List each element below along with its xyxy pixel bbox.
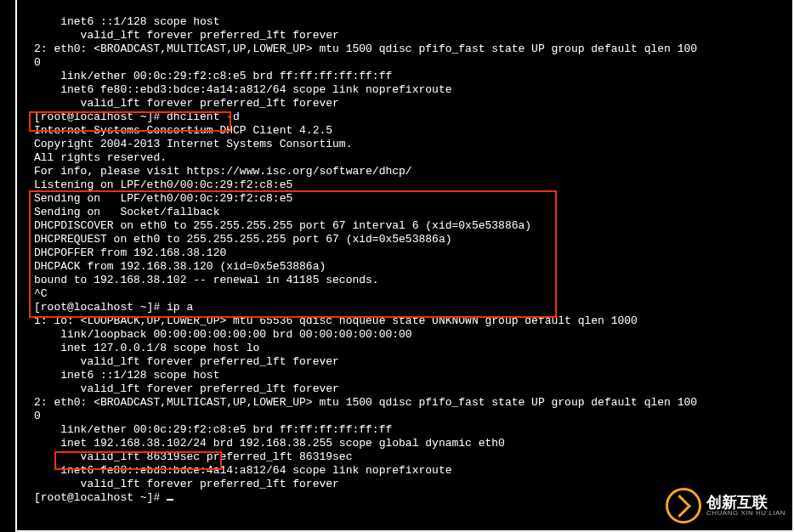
terminal-line: valid_lft forever preferred_lft forever [34,355,792,369]
watermark-cn: 创新互联 [706,495,785,510]
terminal-line: [root@localhost ~]# ip a [34,301,792,314]
terminal-line: valid_lft forever preferred_lft forever [34,382,792,396]
terminal-line: inet 127.0.0.1/8 scope host lo [34,342,792,355]
watermark-en: CHUANG XIN HU LIAN [706,510,785,517]
terminal-line: Internet Systems Consortium DHCP Client … [34,124,792,138]
terminal-line: inet6 ::1/128 scope host [34,369,792,382]
terminal-line: inet6 ::1/128 scope host [34,15,792,29]
cursor [167,499,173,501]
terminal-line: link/ether 00:0c:29:f2:c8:e5 brd ff:ff:f… [34,70,792,83]
watermark-text: 创新互联 CHUANG XIN HU LIAN [706,495,785,517]
terminal-line: Copyright 2004-2013 Internet Systems Con… [34,138,792,151]
terminal-line: Sending on LPF/eth0/00:0c:29:f2:c8:e5 [34,192,792,206]
terminal-line: 0 [34,56,792,70]
terminal-line: ^C [34,287,792,301]
watermark-logo: 创新互联 CHUANG XIN HU LIAN [666,488,785,524]
terminal-line: Sending on Socket/fallback [34,206,792,219]
terminal-line: bound to 192.168.38.102 -- renewal in 41… [34,274,792,287]
terminal-line: link/loopback 00:00:00:00:00:00 brd 00:0… [34,328,792,342]
terminal-line: inet6 fe80::ebd3:bdce:4a14:a812/64 scope… [34,464,792,478]
terminal-line: 2: eth0: <BROADCAST,MULTICAST,UP,LOWER_U… [34,42,792,56]
watermark-icon [666,488,701,524]
terminal-line: inet6 fe80::ebd3:bdce:4a14:a812/64 scope… [34,83,792,97]
terminal-line: [root@localhost ~]# dhclient -d [34,110,792,124]
terminal-line: inet 192.168.38.102/24 brd 192.168.38.25… [34,437,792,450]
terminal-line: All rights reserved. [34,151,792,165]
terminal-line: For info, please visit https://www.isc.o… [34,165,792,178]
terminal-line: DHCPACK from 192.168.38.120 (xid=0x5e538… [34,260,792,274]
terminal-line: valid_lft forever preferred_lft forever [34,29,792,42]
terminal-line: DHCPDISCOVER on eth0 to 255.255.255.255 … [34,219,792,233]
terminal-line: Listening on LPF/eth0/00:0c:29:f2:c8:e5 [34,178,792,192]
terminal-line: valid_lft 86319sec preferred_lft 86319se… [34,450,792,464]
terminal-line: 1: lo: <LOOPBACK,UP,LOWER_UP> mtu 65536 … [34,314,792,328]
terminal-line: DHCPREQUEST on eth0 to 255.255.255.255 p… [34,233,792,246]
terminal-line: 0 [34,410,792,423]
terminal-line: valid_lft forever preferred_lft forever [34,97,792,110]
terminal-line: link/ether 00:0c:29:f2:c8:e5 brd ff:ff:f… [34,423,792,437]
terminal-line: DHCPOFFER from 192.168.38.120 [34,246,792,260]
terminal-output[interactable]: inet6 ::1/128 scope host valid_lft forev… [15,0,794,532]
terminal-line: 2: eth0: <BROADCAST,MULTICAST,UP,LOWER_U… [34,396,792,410]
